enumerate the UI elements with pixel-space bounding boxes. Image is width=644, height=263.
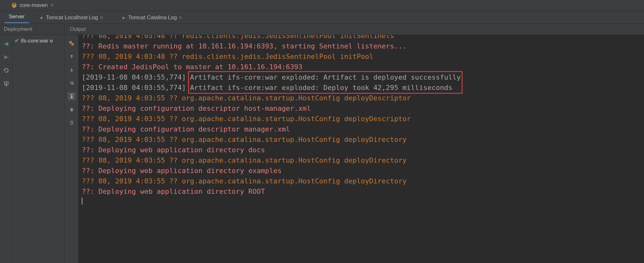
arrow-down-icon[interactable] [68, 66, 76, 74]
tab-server[interactable]: Server [4, 11, 29, 23]
console-line: ??: Deploying web application directory … [82, 145, 641, 155]
tab-tomcat-catalina-log[interactable]: Tomcat Catalina Log ✕ [117, 12, 187, 23]
svg-rect-6 [71, 108, 72, 109]
console-line: ??: Deploying web application directory … [82, 165, 641, 176]
log-icon [40, 15, 44, 20]
console-line: ??? 08, 2019 4:03:48 ?? redis.clients.je… [82, 51, 641, 62]
console-line: ??: Deploying configuration descriptor h… [82, 103, 641, 114]
svg-point-3 [69, 41, 72, 43]
text-cursor [82, 198, 82, 204]
editor-tabstrip: core-maven ✕ [0, 0, 644, 11]
output-header: Output [65, 24, 86, 35]
svg-marker-0 [41, 17, 43, 20]
undeploy-icon[interactable] [3, 54, 10, 61]
tab-tomcat-localhost-label: Tomcat Localhost Log [46, 14, 98, 21]
scroll-to-end-icon[interactable] [68, 92, 76, 100]
console-line: ??: Redis master running at 10.161.16.19… [82, 41, 641, 51]
tab-server-label: Server [9, 14, 25, 20]
console-line: ??? 08, 2019 4:03:55 ?? org.apache.catal… [82, 134, 641, 145]
console-line: ??? 08, 2019 4:03:55 ?? org.apache.catal… [82, 176, 641, 186]
console-line: ??? 08, 2019 4:03:55 ?? org.apache.catal… [82, 93, 641, 103]
toolwindow-content: ✔ ifs-core:war e ??? 08, 2019 4:03:48 ?? [0, 35, 644, 263]
deployment-artifact-item[interactable]: ✔ ifs-core:war e [14, 37, 63, 44]
deployment-header: Deployment [0, 24, 65, 35]
highlight-annotation [188, 71, 463, 94]
console-line: ??? 08, 2019 4:03:48 ?? redis.clients.je… [82, 35, 641, 41]
print-icon[interactable] [68, 105, 76, 114]
refresh-icon[interactable] [3, 67, 10, 74]
tab-tomcat-catalina-label: Tomcat Catalina Log [128, 14, 177, 21]
close-icon[interactable]: ✕ [179, 15, 182, 20]
deploy-all-icon[interactable] [3, 80, 10, 87]
soft-wrap-icon[interactable] [68, 79, 76, 87]
toolwindow-tabs: Server Tomcat Localhost Log ✕ Tomcat Cat… [0, 11, 644, 24]
editor-tab-label: core-maven [19, 2, 48, 8]
trash-icon[interactable] [68, 119, 76, 127]
console-line: ??? 08, 2019 4:03:55 ?? org.apache.catal… [82, 114, 641, 124]
svg-marker-1 [123, 17, 125, 20]
deployment-panel: ✔ ifs-core:war e [13, 35, 65, 263]
arrow-up-icon[interactable] [68, 53, 76, 61]
console-cursor-line [82, 197, 641, 205]
console-line: ??: Deploying web application directory … [82, 186, 641, 197]
deploy-icon[interactable] [3, 41, 10, 48]
log-icon [122, 15, 126, 20]
svg-rect-7 [71, 110, 72, 111]
server-control-gutter [0, 35, 13, 263]
deployment-artifact-label: ifs-core:war e [21, 38, 53, 44]
console-line: ??: Created JedisPool to master at 10.16… [82, 62, 641, 72]
maven-file-icon [11, 3, 17, 8]
console-output[interactable]: ??? 08, 2019 4:03:48 ?? redis.clients.je… [79, 35, 644, 263]
editor-tab-core-maven[interactable]: core-maven ✕ [8, 0, 58, 11]
svg-point-4 [71, 43, 74, 46]
breakpoints-icon[interactable] [68, 39, 76, 48]
close-icon[interactable]: ✕ [100, 15, 103, 20]
success-check-icon: ✔ [14, 37, 19, 44]
console-line: ??? 08, 2019 4:03:55 ?? org.apache.catal… [82, 155, 641, 165]
section-header-row: Deployment Output [0, 24, 644, 35]
console-tool-gutter [65, 35, 79, 263]
close-icon[interactable]: ✕ [50, 3, 54, 8]
console-line: ??: Deploying configuration descriptor m… [82, 124, 641, 134]
tab-tomcat-localhost-log[interactable]: Tomcat Localhost Log ✕ [35, 12, 108, 23]
